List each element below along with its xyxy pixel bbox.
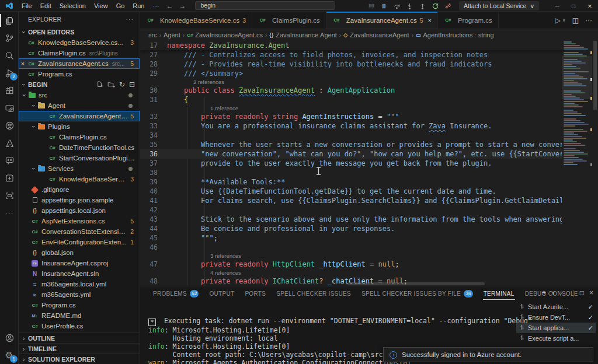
debug-disconnect-button[interactable] <box>444 2 453 10</box>
split-editor-icon[interactable]: ◫ <box>572 16 579 24</box>
close-icon[interactable]: × <box>428 17 432 24</box>
tree-folder-plugins[interactable]: ›Plugins <box>19 121 140 132</box>
activity-teams-toolkit-icon[interactable] <box>0 169 19 187</box>
maximize-button[interactable]: □ <box>565 0 582 12</box>
close-button[interactable]: × <box>582 0 598 12</box>
tab-zavainsuranceagentcs[interactable]: C#ZavaInsuranceAgent.cs5× <box>326 12 438 29</box>
nav-back-icon[interactable]: ← <box>164 2 176 10</box>
activity-copilot-chat-icon[interactable] <box>0 152 19 169</box>
tree-file-insuranceagentcsproj[interactable]: csInsuranceAgent.csproj <box>19 258 140 268</box>
task-item[interactable]: Ensure DevT...✓ <box>516 312 596 323</box>
tree-folder-services[interactable]: ›Services <box>19 163 140 174</box>
debug-restart-button[interactable] <box>431 2 440 10</box>
debug-pause-button[interactable] <box>380 2 388 10</box>
tree-file-m365agentsyml[interactable]: ≈m365agents.yml <box>19 289 140 300</box>
breadcrumb-item[interactable]: C#ZavaInsuranceAgent.cs <box>187 32 263 38</box>
terminal-more-icon[interactable]: ··· <box>561 289 568 297</box>
debug-step-out-button[interactable] <box>418 2 427 10</box>
sidebar-more-icon[interactable]: ··· <box>126 16 134 23</box>
debug-step-into-button[interactable] <box>405 2 414 10</box>
menu-item-file[interactable]: File <box>18 2 36 9</box>
tree-file-userprofilecs[interactable]: C#UserProfile.cs <box>19 321 140 331</box>
refresh-icon[interactable]: ↻ <box>119 80 125 89</box>
panel-tab-spell-checker-issues[interactable]: SPELL CHECKER ISSUES <box>271 286 356 300</box>
tree-folder-src[interactable]: ›src <box>19 90 140 100</box>
command-center-search[interactable]: begin <box>195 1 335 10</box>
section-timeline[interactable]: ›TIMELINE <box>19 343 140 354</box>
tree-file-m365agentslocalyml[interactable]: ≈m365agents.local.yml <box>19 279 140 289</box>
panel-tab-spell-checker-issues-by-file[interactable]: SPELL CHECKER ISSUES BY FILE36 <box>356 286 478 300</box>
tree-file-gitignore[interactable]: .gitignore <box>19 184 140 195</box>
breadcrumb-item[interactable]: src <box>148 32 157 38</box>
panel-tab-problems[interactable]: PROBLEMS52 <box>148 286 204 300</box>
nav-forward-icon[interactable]: → <box>176 2 189 10</box>
activity-remote-explorer-icon[interactable] <box>0 99 19 117</box>
breadcrumb-item[interactable]: {}ZavaInsurance.Agent <box>269 32 337 38</box>
panel-tab-terminal[interactable]: TERMINAL <box>478 286 520 300</box>
task-item[interactable]: Start Azurite...✓ <box>516 302 596 312</box>
menu-item-[interactable]: ··· <box>149 2 164 9</box>
tree-file-globaljson[interactable]: {}global.json <box>19 247 140 258</box>
tree-file-envfileconfigurationexten[interactable]: C#EnvFileConfigurationExten...1 <box>19 237 140 247</box>
new-folder-icon[interactable] <box>107 80 115 89</box>
codelens-references[interactable]: 4 references <box>140 269 562 276</box>
open-editors-header[interactable]: › OPEN EDITORS <box>19 27 140 37</box>
tree-file-datetimefunctiontoolcs[interactable]: C#DateTimeFunctionTool.cs <box>19 142 140 153</box>
tab-knowledgebaseservicecs[interactable]: C#KnowledgeBaseService.cs3 <box>140 12 252 29</box>
tree-file-insuranceagentsln[interactable]: NInsuranceAgent.sln <box>19 268 140 279</box>
horizontal-scrollbar[interactable] <box>347 282 485 285</box>
panel-tab-ports[interactable]: PORTS <box>239 286 271 300</box>
new-terminal-button[interactable]: + <box>542 289 546 297</box>
tree-file-zavainsuranceagentcs[interactable]: C#ZavaInsuranceAgent.cs5 <box>19 111 140 121</box>
debug-step-over-button[interactable] <box>392 2 401 10</box>
tree-file-appsettingslocaljson[interactable]: {}appsettings.local.json <box>19 205 140 216</box>
panel-tab-output[interactable]: OUTPUT <box>204 286 239 300</box>
open-editor-item[interactable]: ×C#ZavaInsuranceAgent.cssrc...5 <box>19 58 140 69</box>
tab-claimsplugincs[interactable]: C#ClaimsPlugin.cs <box>252 12 326 29</box>
codelens-references[interactable]: 2 references <box>140 78 562 86</box>
tree-file-knowledgebaseservicecs[interactable]: C#KnowledgeBaseService.cs3 <box>19 174 140 184</box>
tab-programcs[interactable]: C#Program.cs <box>438 12 499 29</box>
tree-file-conversationstateextensio[interactable]: C#ConversationStateExtensio...2 <box>19 226 140 237</box>
activity-source-control-icon[interactable] <box>0 29 19 47</box>
tree-folder-agent[interactable]: ›Agent <box>19 100 140 111</box>
codelens-references[interactable]: 1 reference <box>140 104 562 112</box>
collapse-all-icon[interactable]: ⊟ <box>129 80 135 89</box>
tree-file-aspnetextensionscs[interactable]: C#AspNetExtensions.cs5 <box>19 216 140 226</box>
activity-more-icon[interactable]: ··· <box>0 204 19 222</box>
menu-item-go[interactable]: Go <box>112 2 129 9</box>
open-editor-item[interactable]: C#Program.cs <box>19 69 140 79</box>
section-solution-explorer[interactable]: ›SOLUTION EXPLORER <box>19 354 140 364</box>
vertical-scrollbar[interactable] <box>592 41 598 286</box>
codelens-references[interactable]: 3 references <box>140 252 562 260</box>
close-panel-button[interactable]: × <box>589 289 593 297</box>
activity-search-icon[interactable] <box>0 47 19 64</box>
run-button[interactable]: ▷ <box>555 16 561 24</box>
activity-account-icon[interactable] <box>0 329 19 346</box>
tree-file-appsettingsjsonsample[interactable]: appsettings.json.sample <box>19 195 140 205</box>
close-icon[interactable]: × <box>19 60 27 67</box>
menu-item-view[interactable]: View <box>90 2 112 9</box>
editor-more-icon[interactable]: ··· <box>585 16 592 24</box>
terminal-dropdown-icon[interactable]: ∨ <box>551 290 555 296</box>
run-dropdown-icon[interactable]: ∨ <box>562 18 566 23</box>
maximize-panel-button[interactable]: □ <box>580 289 584 297</box>
breadcrumb-item[interactable]: ◇ZavaInsuranceAgent <box>343 32 409 38</box>
activity-azure-icon[interactable] <box>0 134 19 152</box>
breadcrumb-item[interactable]: ▭AgentInstructions : string <box>416 32 494 38</box>
activity-run-debug-icon[interactable]: 2 <box>0 64 19 82</box>
open-editor-item[interactable]: C#ClaimsPlugin.cssrc\Plugins <box>19 48 140 58</box>
breadcrumb-item[interactable]: Agent <box>164 32 180 38</box>
tree-file-readmemd[interactable]: M↓README.md <box>19 310 140 321</box>
activity-extensions-icon[interactable] <box>0 82 19 99</box>
menu-item-selection[interactable]: Selection <box>55 2 90 9</box>
open-editor-item[interactable]: C#KnowledgeBaseService.cs...3 <box>19 37 140 48</box>
menu-item-edit[interactable]: Edit <box>36 2 55 9</box>
activity-settings-icon[interactable]: ⚙1 <box>0 346 19 364</box>
minimap[interactable] <box>562 41 592 286</box>
activity-m365-agents-icon[interactable] <box>0 187 19 204</box>
task-item[interactable]: Start applica...✓ <box>516 323 596 333</box>
task-item[interactable]: Execute script a... <box>516 333 596 344</box>
section-outline[interactable]: ›OUTLINE <box>19 332 140 343</box>
minimize-button[interactable]: ─ <box>549 0 565 12</box>
